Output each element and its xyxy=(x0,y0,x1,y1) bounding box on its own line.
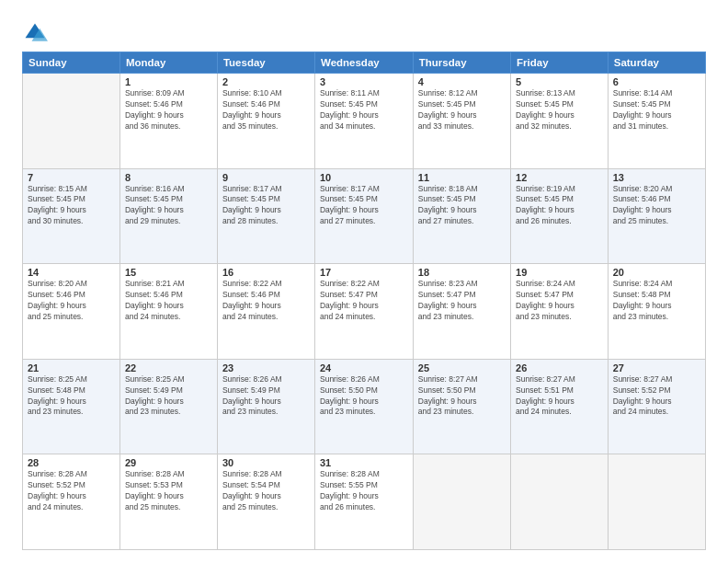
header xyxy=(22,17,706,46)
calendar-cell: 27Sunrise: 8:27 AMSunset: 5:52 PMDayligh… xyxy=(608,359,705,454)
day-detail: Sunrise: 8:22 AMSunset: 5:47 PMDaylight:… xyxy=(320,279,408,323)
calendar-cell: 2Sunrise: 8:10 AMSunset: 5:46 PMDaylight… xyxy=(217,74,314,169)
day-number: 22 xyxy=(125,362,212,373)
day-number: 12 xyxy=(516,172,603,183)
day-detail: Sunrise: 8:24 AMSunset: 5:48 PMDaylight:… xyxy=(613,279,700,323)
col-header-wednesday: Wednesday xyxy=(314,52,413,74)
day-detail: Sunrise: 8:28 AMSunset: 5:52 PMDaylight:… xyxy=(28,469,115,513)
day-number: 24 xyxy=(320,362,408,373)
day-detail: Sunrise: 8:17 AMSunset: 5:45 PMDaylight:… xyxy=(222,184,310,228)
calendar-cell: 18Sunrise: 8:23 AMSunset: 5:47 PMDayligh… xyxy=(413,264,510,360)
calendar-week-row: 14Sunrise: 8:20 AMSunset: 5:46 PMDayligh… xyxy=(23,264,706,360)
day-number: 2 xyxy=(222,76,310,87)
col-header-tuesday: Tuesday xyxy=(217,52,314,74)
day-number: 30 xyxy=(222,457,310,468)
day-number: 19 xyxy=(516,267,603,278)
day-number: 29 xyxy=(125,457,212,468)
calendar-week-row: 28Sunrise: 8:28 AMSunset: 5:52 PMDayligh… xyxy=(23,454,706,550)
day-number: 28 xyxy=(28,457,115,468)
day-number: 17 xyxy=(320,267,408,278)
calendar-cell xyxy=(23,74,120,169)
day-number: 26 xyxy=(516,362,603,373)
calendar-cell: 22Sunrise: 8:25 AMSunset: 5:49 PMDayligh… xyxy=(119,359,217,454)
day-detail: Sunrise: 8:18 AMSunset: 5:45 PMDaylight:… xyxy=(418,184,506,228)
calendar-cell: 15Sunrise: 8:21 AMSunset: 5:46 PMDayligh… xyxy=(119,264,217,360)
day-detail: Sunrise: 8:27 AMSunset: 5:51 PMDaylight:… xyxy=(516,374,603,419)
calendar-week-row: 21Sunrise: 8:25 AMSunset: 5:48 PMDayligh… xyxy=(23,359,706,454)
page: SundayMondayTuesdayWednesdayThursdayFrid… xyxy=(0,0,728,563)
calendar-cell: 1Sunrise: 8:09 AMSunset: 5:46 PMDaylight… xyxy=(119,74,217,169)
col-header-monday: Monday xyxy=(119,52,217,74)
day-detail: Sunrise: 8:20 AMSunset: 5:46 PMDaylight:… xyxy=(613,184,700,228)
calendar-cell: 16Sunrise: 8:22 AMSunset: 5:46 PMDayligh… xyxy=(217,264,314,360)
calendar-cell: 4Sunrise: 8:12 AMSunset: 5:45 PMDaylight… xyxy=(413,74,510,169)
calendar-cell: 9Sunrise: 8:17 AMSunset: 5:45 PMDaylight… xyxy=(217,168,314,264)
calendar-cell: 30Sunrise: 8:28 AMSunset: 5:54 PMDayligh… xyxy=(217,454,314,550)
day-number: 15 xyxy=(125,267,212,278)
col-header-thursday: Thursday xyxy=(413,52,510,74)
calendar-cell: 14Sunrise: 8:20 AMSunset: 5:46 PMDayligh… xyxy=(23,264,120,360)
calendar-cell: 29Sunrise: 8:28 AMSunset: 5:53 PMDayligh… xyxy=(119,454,217,550)
day-detail: Sunrise: 8:15 AMSunset: 5:45 PMDaylight:… xyxy=(28,184,115,228)
day-detail: Sunrise: 8:24 AMSunset: 5:47 PMDaylight:… xyxy=(516,279,603,323)
day-number: 18 xyxy=(418,267,506,278)
logo-icon xyxy=(22,20,48,46)
day-number: 7 xyxy=(28,172,115,183)
day-detail: Sunrise: 8:25 AMSunset: 5:48 PMDaylight:… xyxy=(28,374,115,419)
day-number: 25 xyxy=(418,362,506,373)
calendar-cell: 5Sunrise: 8:13 AMSunset: 5:45 PMDaylight… xyxy=(511,74,609,169)
calendar-table: SundayMondayTuesdayWednesdayThursdayFrid… xyxy=(22,52,706,550)
calendar-cell: 26Sunrise: 8:27 AMSunset: 5:51 PMDayligh… xyxy=(511,359,609,454)
day-detail: Sunrise: 8:09 AMSunset: 5:46 PMDaylight:… xyxy=(125,88,212,132)
calendar-cell: 17Sunrise: 8:22 AMSunset: 5:47 PMDayligh… xyxy=(314,264,413,360)
day-number: 13 xyxy=(613,172,700,183)
calendar-cell: 24Sunrise: 8:26 AMSunset: 5:50 PMDayligh… xyxy=(314,359,413,454)
day-detail: Sunrise: 8:13 AMSunset: 5:45 PMDaylight:… xyxy=(516,88,603,132)
day-number: 14 xyxy=(28,267,115,278)
calendar-cell: 11Sunrise: 8:18 AMSunset: 5:45 PMDayligh… xyxy=(413,168,510,264)
day-number: 10 xyxy=(320,172,408,183)
day-detail: Sunrise: 8:12 AMSunset: 5:45 PMDaylight:… xyxy=(418,88,506,132)
day-detail: Sunrise: 8:27 AMSunset: 5:50 PMDaylight:… xyxy=(418,374,506,419)
calendar-cell xyxy=(413,454,510,550)
calendar-cell: 7Sunrise: 8:15 AMSunset: 5:45 PMDaylight… xyxy=(23,168,120,264)
day-number: 27 xyxy=(613,362,700,373)
day-number: 11 xyxy=(418,172,506,183)
day-detail: Sunrise: 8:19 AMSunset: 5:45 PMDaylight:… xyxy=(516,184,603,228)
col-header-saturday: Saturday xyxy=(608,52,705,74)
day-detail: Sunrise: 8:27 AMSunset: 5:52 PMDaylight:… xyxy=(613,374,700,419)
calendar-cell: 13Sunrise: 8:20 AMSunset: 5:46 PMDayligh… xyxy=(608,168,705,264)
day-detail: Sunrise: 8:17 AMSunset: 5:45 PMDaylight:… xyxy=(320,184,408,228)
calendar-header-row: SundayMondayTuesdayWednesdayThursdayFrid… xyxy=(23,52,706,74)
day-detail: Sunrise: 8:21 AMSunset: 5:46 PMDaylight:… xyxy=(125,279,212,323)
day-detail: Sunrise: 8:26 AMSunset: 5:50 PMDaylight:… xyxy=(320,374,408,419)
day-detail: Sunrise: 8:28 AMSunset: 5:53 PMDaylight:… xyxy=(125,469,212,513)
day-detail: Sunrise: 8:10 AMSunset: 5:46 PMDaylight:… xyxy=(222,88,310,132)
col-header-friday: Friday xyxy=(511,52,609,74)
day-detail: Sunrise: 8:28 AMSunset: 5:54 PMDaylight:… xyxy=(222,469,310,513)
calendar-cell: 6Sunrise: 8:14 AMSunset: 5:45 PMDaylight… xyxy=(608,74,705,169)
day-detail: Sunrise: 8:22 AMSunset: 5:46 PMDaylight:… xyxy=(222,279,310,323)
calendar-cell: 25Sunrise: 8:27 AMSunset: 5:50 PMDayligh… xyxy=(413,359,510,454)
calendar-cell: 3Sunrise: 8:11 AMSunset: 5:45 PMDaylight… xyxy=(314,74,413,169)
day-detail: Sunrise: 8:28 AMSunset: 5:55 PMDaylight:… xyxy=(320,469,408,513)
day-number: 5 xyxy=(516,76,603,87)
calendar-cell: 20Sunrise: 8:24 AMSunset: 5:48 PMDayligh… xyxy=(608,264,705,360)
day-number: 6 xyxy=(613,76,700,87)
day-detail: Sunrise: 8:11 AMSunset: 5:45 PMDaylight:… xyxy=(320,88,408,132)
day-detail: Sunrise: 8:16 AMSunset: 5:45 PMDaylight:… xyxy=(125,184,212,228)
calendar-cell: 19Sunrise: 8:24 AMSunset: 5:47 PMDayligh… xyxy=(511,264,609,360)
calendar-cell: 10Sunrise: 8:17 AMSunset: 5:45 PMDayligh… xyxy=(314,168,413,264)
day-number: 4 xyxy=(418,76,506,87)
calendar-week-row: 1Sunrise: 8:09 AMSunset: 5:46 PMDaylight… xyxy=(23,74,706,169)
day-detail: Sunrise: 8:20 AMSunset: 5:46 PMDaylight:… xyxy=(28,279,115,323)
day-detail: Sunrise: 8:26 AMSunset: 5:49 PMDaylight:… xyxy=(222,374,310,419)
day-detail: Sunrise: 8:14 AMSunset: 5:45 PMDaylight:… xyxy=(613,88,700,132)
calendar-cell: 31Sunrise: 8:28 AMSunset: 5:55 PMDayligh… xyxy=(314,454,413,550)
day-number: 9 xyxy=(222,172,310,183)
day-number: 31 xyxy=(320,457,408,468)
day-number: 3 xyxy=(320,76,408,87)
day-number: 16 xyxy=(222,267,310,278)
day-number: 1 xyxy=(125,76,212,87)
day-number: 23 xyxy=(222,362,310,373)
